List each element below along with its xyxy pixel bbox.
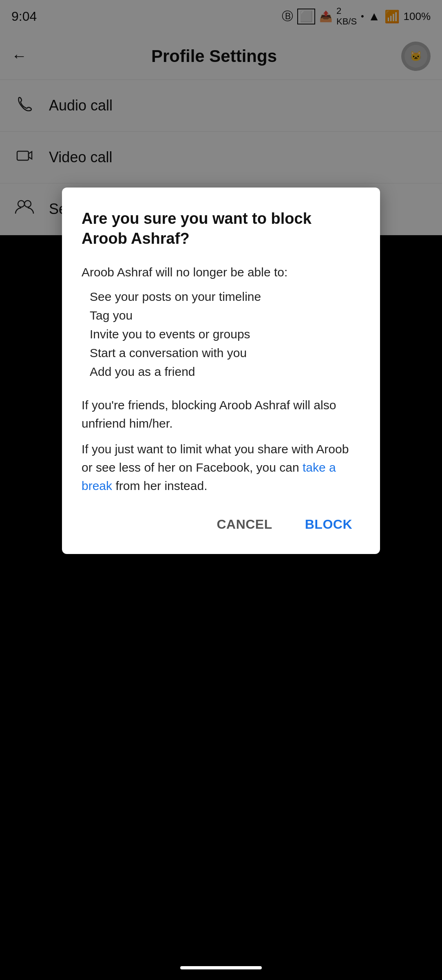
dialog-actions: CANCEL BLOCK bbox=[82, 511, 360, 538]
modal-overlay: Are you sure you want to block Aroob Ash… bbox=[0, 0, 442, 980]
dialog-subtitle: Aroob Ashraf will no longer be able to: bbox=[82, 265, 360, 279]
limit-note-end: from her instead. bbox=[112, 479, 207, 492]
list-item: Start a conversation with you bbox=[82, 344, 360, 362]
bottom-bar bbox=[0, 956, 442, 980]
cancel-button[interactable]: CANCEL bbox=[208, 511, 280, 538]
block-dialog: Are you sure you want to block Aroob Ash… bbox=[62, 188, 380, 554]
list-item: Invite you to events or groups bbox=[82, 325, 360, 344]
block-button[interactable]: BLOCK bbox=[297, 511, 360, 538]
list-item: Add you as a friend bbox=[82, 362, 360, 381]
dialog-limit-note: If you just want to limit what you share… bbox=[82, 440, 360, 495]
dialog-title: Are you sure you want to block Aroob Ash… bbox=[82, 209, 360, 249]
list-item: Tag you bbox=[82, 306, 360, 325]
home-indicator bbox=[180, 966, 262, 969]
dialog-friend-note: If you're friends, blocking Aroob Ashraf… bbox=[82, 396, 360, 433]
list-item: See your posts on your timeline bbox=[82, 287, 360, 306]
dialog-restriction-list: See your posts on your timelineTag youIn… bbox=[82, 287, 360, 381]
